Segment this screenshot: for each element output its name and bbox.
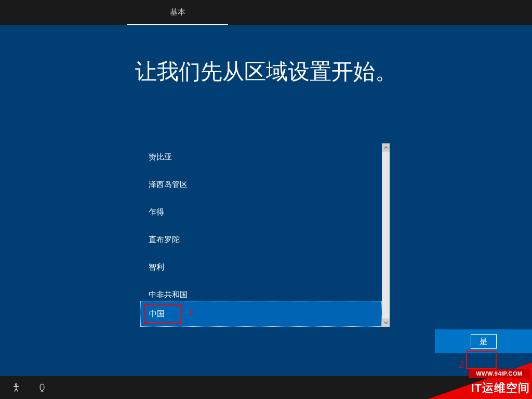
- region-list-wrap: 赞比亚 泽西岛管区 乍得 直布罗陀 智利 中非共和国 中国: [140, 143, 390, 327]
- list-item-label: 智利: [149, 262, 164, 272]
- svg-rect-1: [40, 384, 44, 390]
- scrollbar-track[interactable]: [382, 152, 390, 318]
- list-item[interactable]: 泽西岛管区: [140, 171, 382, 198]
- list-item[interactable]: 乍得: [140, 198, 382, 226]
- content-area: 让我们先从区域设置开始。 赞比亚 泽西岛管区 乍得 直布罗陀 智利 中非共和国 …: [0, 25, 532, 376]
- yes-button-label: 是: [480, 337, 487, 347]
- list-item-label: 直布罗陀: [149, 235, 180, 245]
- scroll-down-icon[interactable]: [382, 318, 390, 327]
- yes-button[interactable]: 是: [471, 334, 497, 349]
- list-item-label: 泽西岛管区: [149, 180, 188, 190]
- accessibility-icon[interactable]: [10, 382, 22, 393]
- list-item-label: 乍得: [149, 207, 164, 217]
- ime-icon[interactable]: [36, 382, 48, 393]
- list-item-label: 中非共和国: [149, 290, 188, 300]
- list-item-label: 中国: [149, 309, 165, 319]
- tab-basic[interactable]: 基本: [127, 0, 228, 25]
- bottom-bar: [0, 376, 532, 399]
- tab-basic-label: 基本: [170, 7, 185, 17]
- svg-point-0: [15, 384, 17, 385]
- scroll-up-icon[interactable]: [382, 143, 390, 152]
- list-item[interactable]: 智利: [140, 254, 382, 281]
- page-title: 让我们先从区域设置开始。: [0, 57, 532, 86]
- region-list: 赞比亚 泽西岛管区 乍得 直布罗陀 智利 中非共和国 中国: [140, 143, 382, 327]
- top-bar: 基本: [0, 0, 532, 25]
- list-item-selected[interactable]: 中国: [140, 301, 382, 327]
- list-item-label: 赞比亚: [149, 152, 172, 162]
- yes-button-region[interactable]: 是: [435, 329, 532, 353]
- list-item[interactable]: 赞比亚: [140, 143, 382, 171]
- scrollbar[interactable]: [382, 143, 390, 327]
- list-item[interactable]: 直布罗陀: [140, 226, 382, 254]
